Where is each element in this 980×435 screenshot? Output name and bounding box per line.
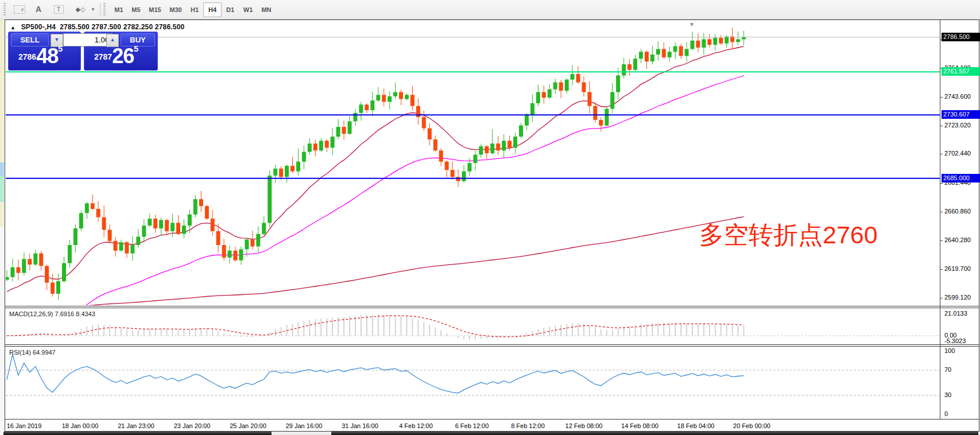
candle-body bbox=[51, 282, 55, 293]
timeframe-button-m5[interactable]: M5 bbox=[127, 2, 145, 17]
panel-separator[interactable] bbox=[5, 306, 979, 306]
candle-body bbox=[610, 92, 614, 109]
rsi-canvas[interactable] bbox=[5, 347, 940, 419]
candle-body bbox=[633, 59, 637, 69]
price-tick-dash bbox=[940, 212, 943, 212]
price-badge: 2761.557 bbox=[942, 67, 980, 76]
candle-body bbox=[422, 117, 426, 128]
time-tick-label: 6 Feb 12:00 bbox=[455, 422, 489, 429]
buy-price-big: 26 bbox=[112, 44, 134, 68]
candle-body bbox=[605, 109, 609, 126]
timeframe-button-m1[interactable]: M1 bbox=[110, 2, 127, 17]
time-tick-label: 21 Jan 23:00 bbox=[118, 422, 154, 429]
candle-body bbox=[571, 74, 575, 80]
candle-body bbox=[456, 177, 460, 181]
candle-body bbox=[530, 103, 534, 114]
timeframe-button-mn[interactable]: MN bbox=[257, 2, 276, 17]
candle-body bbox=[5, 277, 9, 280]
price-tick-dash bbox=[940, 126, 943, 126]
candle-body bbox=[256, 234, 260, 247]
candle-body bbox=[119, 242, 123, 251]
candle-body bbox=[205, 206, 209, 219]
ma-mid bbox=[7, 76, 744, 306]
candle-body bbox=[673, 46, 677, 52]
timeframe-button-h4[interactable]: H4 bbox=[203, 2, 222, 17]
buy-price[interactable]: 2787265 bbox=[94, 44, 138, 68]
price-axis-separator bbox=[940, 20, 940, 419]
candle-body bbox=[56, 281, 60, 294]
time-axis-separator bbox=[5, 419, 979, 420]
collapse-arrow-icon[interactable]: ▲ bbox=[10, 25, 16, 30]
toolbar-drag-handle[interactable] bbox=[3, 3, 6, 15]
candle-body bbox=[159, 220, 163, 228]
text-label-icon[interactable]: T bbox=[52, 3, 65, 15]
candle-body bbox=[490, 143, 494, 153]
candle-body bbox=[445, 162, 449, 170]
candle-body bbox=[45, 266, 49, 282]
candle-body bbox=[691, 41, 695, 49]
expert-grid-icon[interactable]: F bbox=[13, 3, 26, 15]
sell-price-handle: 2786 bbox=[18, 52, 36, 61]
price-tick-label: 2619.700 bbox=[944, 265, 971, 272]
candle-body bbox=[148, 219, 152, 226]
price-tick-label: 2640.280 bbox=[944, 236, 971, 243]
shapes-icon[interactable]: ◆◇ bbox=[72, 3, 88, 15]
candle-body bbox=[433, 139, 437, 150]
price-tick-label: 2599.120 bbox=[944, 294, 971, 301]
candle-body bbox=[234, 251, 238, 261]
candle-body bbox=[91, 203, 95, 209]
sell-price[interactable]: 2786485 bbox=[18, 44, 63, 68]
macd-canvas[interactable] bbox=[5, 308, 940, 344]
candle-body bbox=[725, 37, 729, 44]
buy-price-handle: 2787 bbox=[94, 52, 112, 61]
candle-body bbox=[696, 41, 700, 48]
timeframe-button-d1[interactable]: D1 bbox=[222, 2, 239, 17]
timeframe-button-m15[interactable]: M15 bbox=[145, 2, 165, 17]
candle-body bbox=[171, 223, 175, 231]
time-tick-label: 8 Feb 12:00 bbox=[511, 422, 545, 429]
candle-body bbox=[165, 220, 169, 231]
candle-body bbox=[262, 223, 266, 234]
font-icon[interactable]: A bbox=[32, 3, 45, 15]
candle-body bbox=[485, 146, 489, 153]
candle-body bbox=[136, 237, 140, 246]
macd-signal-line bbox=[7, 316, 744, 337]
symbol-timeframe: SP500-,H4 bbox=[21, 23, 56, 31]
timeframe-button-w1[interactable]: W1 bbox=[239, 2, 257, 17]
candle-body bbox=[359, 104, 363, 113]
candle-body bbox=[125, 242, 129, 253]
candle-body bbox=[313, 143, 317, 150]
panel-separator[interactable] bbox=[5, 344, 979, 345]
candle-body bbox=[508, 141, 512, 147]
candle-body bbox=[593, 106, 597, 120]
sell-price-big: 48 bbox=[36, 44, 58, 68]
price-tick-dash bbox=[940, 298, 943, 298]
candle-body bbox=[685, 49, 689, 56]
candle-body bbox=[302, 152, 306, 162]
ma-slow bbox=[7, 217, 744, 306]
candle-body bbox=[736, 39, 740, 42]
chart-shift-marker-icon[interactable]: ▼ bbox=[689, 21, 695, 28]
rsi-axis-label: 30 bbox=[944, 391, 951, 398]
timeframe-button-h1[interactable]: H1 bbox=[186, 2, 203, 17]
candle-body bbox=[513, 137, 517, 147]
candle-body bbox=[410, 95, 415, 106]
candle-body bbox=[650, 55, 654, 61]
price-tick-label: 2660.860 bbox=[944, 208, 971, 215]
candle-body bbox=[559, 83, 563, 91]
shapes-dropdown-caret[interactable]: ▾ bbox=[90, 3, 96, 15]
time-tick-label: 20 Feb 00:00 bbox=[733, 422, 770, 429]
candle-body bbox=[342, 127, 346, 134]
docked-panel-row bbox=[0, 176, 4, 202]
candle-body bbox=[296, 162, 300, 172]
candle-body bbox=[114, 241, 118, 251]
candle-body bbox=[382, 95, 386, 102]
candle-body bbox=[479, 146, 483, 155]
candle-body bbox=[353, 113, 357, 122]
candle-body bbox=[73, 228, 78, 245]
timeframe-button-m30[interactable]: M30 bbox=[165, 2, 186, 17]
price-tick-dash bbox=[940, 240, 943, 241]
sell-price-sup: 5 bbox=[58, 44, 63, 53]
candle-body bbox=[39, 254, 43, 266]
timeframe-drag-handle[interactable] bbox=[103, 3, 106, 15]
